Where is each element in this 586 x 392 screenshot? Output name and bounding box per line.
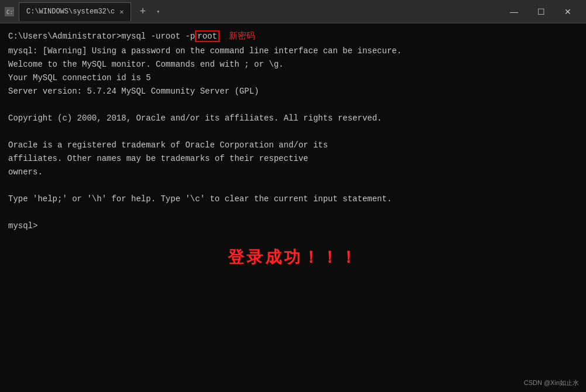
- oracle-trademark-line3: owners.: [8, 166, 578, 178]
- command-line: C:\Users\Administrator>mysql -uroot -pro…: [8, 30, 578, 44]
- oracle-trademark-line2: affiliates. Other names may be trademark…: [8, 153, 578, 165]
- terminal-window: C:\Users\Administrator>mysql -uroot -pro…: [0, 23, 586, 392]
- warning-line: mysql: [Warning] Using a password on the…: [8, 45, 578, 57]
- oracle-trademark-line1: Oracle is a registered trademark of Orac…: [8, 139, 578, 152]
- new-password-label: 新密码: [229, 32, 255, 42]
- new-tab-button[interactable]: +: [136, 6, 149, 18]
- blank-line-1: [8, 99, 578, 111]
- title-bar: C:\ C:\WINDOWS\system32\c ✕ + ▾ — ☐ ✕: [0, 0, 586, 23]
- copyright-line: Copyright (c) 2000, 2018, Oracle and/or …: [8, 112, 578, 125]
- title-bar-left: C:\ C:\WINDOWS\system32\c ✕ + ▾: [5, 2, 501, 21]
- maximize-button[interactable]: ☐: [527, 0, 554, 23]
- terminal-icon: C:\: [5, 7, 14, 16]
- mysql-prompt: mysql>: [8, 220, 578, 232]
- watermark: CSDN @Xin如止水: [524, 378, 579, 388]
- connection-id-line: Your MySQL connection id is 5: [8, 72, 578, 84]
- help-line: Type 'help;' or '\h' for help. Type '\c'…: [8, 193, 578, 205]
- blank-line-4: [8, 207, 578, 219]
- minimize-button[interactable]: —: [501, 0, 527, 23]
- tab-item[interactable]: C:\WINDOWS\system32\c ✕: [19, 2, 131, 21]
- window-controls: — ☐ ✕: [501, 0, 581, 23]
- tab-dropdown-button[interactable]: ▾: [154, 8, 162, 15]
- blank-line-2: [8, 126, 578, 138]
- welcome-line: Welcome to the MySQL monitor. Commands e…: [8, 59, 578, 71]
- success-message: 登录成功！！！: [8, 246, 578, 271]
- server-version-line: Server version: 5.7.24 MySQL Community S…: [8, 85, 578, 98]
- command-prefix: C:\Users\Administrator>mysql -uroot -p: [8, 32, 195, 41]
- blank-line-3: [8, 180, 578, 192]
- close-button[interactable]: ✕: [554, 0, 581, 23]
- svg-text:C:\: C:\: [6, 9, 13, 15]
- tab-close-button[interactable]: ✕: [119, 8, 124, 16]
- tab-label: C:\WINDOWS\system32\c: [26, 8, 115, 16]
- password-highlight: root: [195, 30, 220, 42]
